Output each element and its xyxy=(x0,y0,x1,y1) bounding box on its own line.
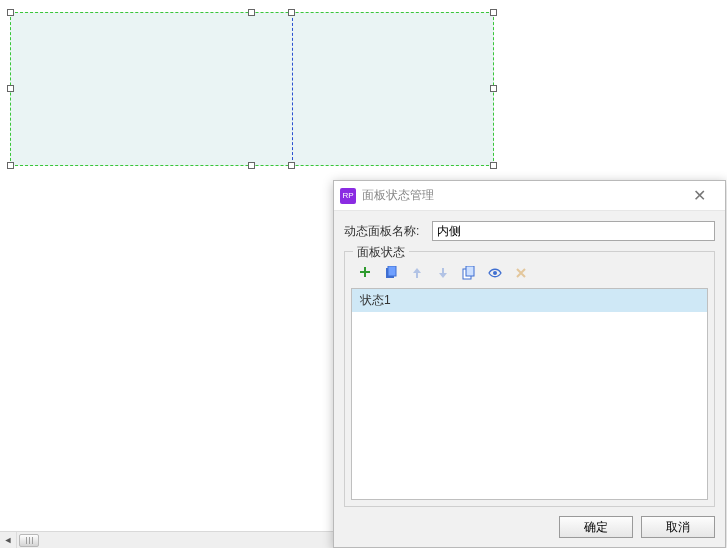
svg-rect-3 xyxy=(466,266,474,276)
add-icon[interactable] xyxy=(357,265,373,281)
duplicate-icon[interactable] xyxy=(383,265,399,281)
selected-dynamic-panel[interactable] xyxy=(10,12,494,166)
state-toolbar xyxy=(351,258,708,284)
name-row: 动态面板名称: xyxy=(344,221,715,241)
resize-handle-tl[interactable] xyxy=(7,9,14,16)
dialog-title: 面板状态管理 xyxy=(362,187,679,204)
edit-icon[interactable] xyxy=(487,265,503,281)
arrow-down-icon xyxy=(435,265,451,281)
copy-icon[interactable] xyxy=(461,265,477,281)
app-icon: RP xyxy=(340,188,356,204)
fieldset-legend: 面板状态 xyxy=(353,244,409,261)
resize-handle-inner-bottom[interactable] xyxy=(288,162,295,169)
resize-handle-bm[interactable] xyxy=(248,162,255,169)
dialog-body: 动态面板名称: 面板状态 xyxy=(334,211,725,507)
resize-handle-tr[interactable] xyxy=(490,9,497,16)
resize-handle-tm[interactable] xyxy=(248,9,255,16)
scroll-thumb[interactable] xyxy=(19,534,39,547)
panel-name-input[interactable] xyxy=(432,221,715,241)
panel-state-manager-dialog: RP 面板状态管理 ✕ 动态面板名称: 面板状态 xyxy=(333,180,726,548)
close-icon[interactable]: ✕ xyxy=(679,184,719,208)
resize-handle-br[interactable] xyxy=(490,162,497,169)
arrow-up-icon xyxy=(409,265,425,281)
cancel-button[interactable]: 取消 xyxy=(641,516,715,538)
svg-rect-1 xyxy=(388,266,396,276)
resize-handle-mr[interactable] xyxy=(490,85,497,92)
panel-states-fieldset: 面板状态 xyxy=(344,251,715,507)
svg-point-4 xyxy=(493,271,497,275)
dialog-titlebar[interactable]: RP 面板状态管理 ✕ xyxy=(334,181,725,211)
name-label: 动态面板名称: xyxy=(344,223,432,240)
delete-icon xyxy=(513,265,529,281)
dialog-footer: 确定 取消 xyxy=(334,507,725,547)
state-list[interactable]: 状态1 xyxy=(351,288,708,500)
list-item[interactable]: 状态1 xyxy=(352,289,707,312)
horizontal-scrollbar[interactable]: ◄ xyxy=(0,531,333,548)
ok-button[interactable]: 确定 xyxy=(559,516,633,538)
design-canvas[interactable]: ◄ RP 面板状态管理 ✕ 动态面板名称: 面板状态 xyxy=(0,0,727,548)
resize-handle-bl[interactable] xyxy=(7,162,14,169)
scroll-left-arrow-icon[interactable]: ◄ xyxy=(0,532,17,549)
resize-handle-ml[interactable] xyxy=(7,85,14,92)
resize-handle-inner-top[interactable] xyxy=(288,9,295,16)
panel-divider xyxy=(292,13,293,165)
